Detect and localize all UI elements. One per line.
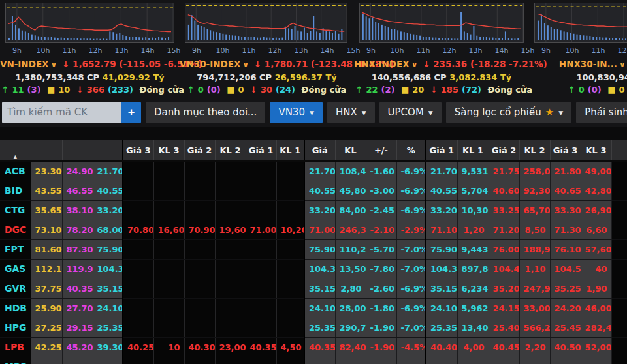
- symbol-cell[interactable]: ACB: [0, 161, 31, 181]
- price-cell[interactable]: 70.90: [184, 220, 215, 239]
- col-header[interactable]: +/-: [366, 140, 396, 161]
- price-cell[interactable]: 71.20: [489, 220, 519, 239]
- price-cell[interactable]: 33.25: [489, 200, 519, 220]
- price-cell[interactable]: 40.45: [489, 337, 519, 357]
- price-cell[interactable]: -1.90: [366, 318, 396, 337]
- price-cell[interactable]: 104.30: [304, 259, 335, 279]
- price-cell[interactable]: 24.20: [550, 298, 581, 318]
- price-cell[interactable]: 40.55: [426, 181, 457, 200]
- sort-asc-icon[interactable]: ▲: [13, 154, 17, 160]
- price-cell[interactable]: 40.40: [426, 337, 457, 357]
- tab-upcom[interactable]: UPCOM▼: [379, 102, 442, 123]
- price-cell[interactable]: 9,443...: [457, 239, 489, 259]
- price-cell[interactable]: 52,00: [581, 337, 611, 357]
- price-cell[interactable]: -4.5%: [396, 337, 426, 357]
- price-cell[interactable]: 110,20: [335, 239, 366, 259]
- price-cell[interactable]: -6.9%: [396, 279, 426, 298]
- price-cell[interactable]: 33.20: [426, 200, 457, 220]
- price-cell[interactable]: 104.50: [550, 259, 581, 279]
- price-cell[interactable]: 566,20: [519, 318, 550, 337]
- price-cell[interactable]: 21.70: [489, 357, 519, 364]
- price-cell[interactable]: 40.30: [184, 337, 215, 357]
- price-cell[interactable]: 25.40: [489, 318, 519, 337]
- price-cell[interactable]: 21.70: [426, 161, 457, 181]
- price-cell[interactable]: 71.30: [550, 220, 581, 239]
- price-cell[interactable]: -7.80: [366, 259, 396, 279]
- col-header[interactable]: ▲: [0, 140, 31, 161]
- price-cell[interactable]: 21.70: [304, 161, 335, 181]
- price-cell[interactable]: 40.35: [304, 337, 335, 357]
- price-cell[interactable]: 2,655,...: [457, 357, 489, 364]
- col-header[interactable]: KL: [335, 140, 366, 161]
- price-cell[interactable]: 104.40: [489, 259, 519, 279]
- price-cell[interactable]: -1.60: [366, 161, 396, 181]
- price-cell[interactable]: 1,10: [519, 259, 550, 279]
- chevron-down-icon[interactable]: ∨: [49, 60, 59, 69]
- price-cell[interactable]: 33.20: [93, 200, 123, 220]
- price-cell[interactable]: 75.90: [426, 239, 457, 259]
- price-cell[interactable]: -7.0%: [396, 259, 426, 279]
- price-cell[interactable]: -2.45: [366, 200, 396, 220]
- price-cell[interactable]: 27.70: [62, 298, 93, 318]
- price-cell[interactable]: -3.00: [366, 181, 396, 200]
- col-header[interactable]: Giá 3: [123, 140, 153, 161]
- price-cell[interactable]: 35.65: [31, 200, 62, 220]
- price-cell[interactable]: 9,531,...: [457, 161, 489, 181]
- price-cell[interactable]: -5.70: [366, 239, 396, 259]
- price-cell[interactable]: 2,80: [335, 279, 366, 298]
- price-cell[interactable]: 35.15: [304, 279, 335, 298]
- index-title-row[interactable]: HNX30-IN...∨ ↓ 512.4: [529, 57, 627, 71]
- price-cell[interactable]: 23.30: [31, 161, 62, 181]
- price-cell[interactable]: 6,60: [581, 220, 611, 239]
- price-cell[interactable]: 50,00: [581, 357, 611, 364]
- price-cell[interactable]: 13,40...: [457, 318, 489, 337]
- price-cell[interactable]: 38.10: [62, 200, 93, 220]
- price-cell[interactable]: 104.30: [426, 259, 457, 279]
- price-cell[interactable]: 92,30: [519, 181, 550, 200]
- col-header[interactable]: Giá: [304, 140, 335, 161]
- price-cell[interactable]: 37.75: [31, 279, 62, 298]
- price-cell[interactable]: 282,40: [581, 318, 611, 337]
- price-cell[interactable]: 2,20: [519, 337, 550, 357]
- price-cell[interactable]: -2.10: [366, 220, 396, 239]
- index-title-row[interactable]: HNX-INDEX∨ ↓ 235.36 (-18.28 -7.21%): [354, 57, 529, 71]
- price-cell[interactable]: 21.70: [93, 161, 123, 181]
- index-title-row[interactable]: VN30-INDEX∨ ↓ 1,780.71 (-123.48 -6.48%): [180, 57, 354, 71]
- price-cell[interactable]: -6.9%: [396, 161, 426, 181]
- price-cell[interactable]: 119.90: [62, 259, 93, 279]
- search-input[interactable]: [2, 102, 121, 123]
- price-cell[interactable]: 40.60: [489, 181, 519, 200]
- price-cell[interactable]: 16,60: [153, 220, 184, 239]
- col-header[interactable]: KL 1: [276, 140, 304, 161]
- price-cell[interactable]: 6,234...: [457, 279, 489, 298]
- price-cell[interactable]: 897,80: [457, 259, 489, 279]
- price-cell[interactable]: 27.25: [31, 318, 62, 337]
- price-cell[interactable]: 73.10: [31, 220, 62, 239]
- price-cell[interactable]: 35.20: [489, 279, 519, 298]
- price-cell[interactable]: -7.0%: [396, 318, 426, 337]
- price-cell[interactable]: 42.25: [31, 337, 62, 357]
- price-cell[interactable]: 10: [153, 337, 184, 357]
- price-cell[interactable]: 26,90: [581, 200, 611, 220]
- col-header[interactable]: KL 1: [457, 140, 489, 161]
- price-cell[interactable]: 42,80: [581, 181, 611, 200]
- symbol-cell[interactable]: GAS: [0, 259, 31, 279]
- tab-hnx[interactable]: HNX▼: [327, 102, 375, 123]
- col-header[interactable]: Giá 2: [489, 140, 519, 161]
- price-cell[interactable]: 40: [581, 259, 611, 279]
- price-cell[interactable]: 33.20: [304, 200, 335, 220]
- price-cell[interactable]: -6.9%: [396, 357, 426, 364]
- price-cell[interactable]: 65,70: [519, 200, 550, 220]
- price-cell[interactable]: 290,70: [335, 318, 366, 337]
- price-cell[interactable]: 57,60: [581, 239, 611, 259]
- col-header[interactable]: Giá 1: [246, 140, 276, 161]
- col-header[interactable]: KL 2: [519, 140, 550, 161]
- price-cell[interactable]: 104.30: [93, 259, 123, 279]
- price-cell[interactable]: 24.90: [62, 161, 93, 181]
- symbol-cell[interactable]: FPT: [0, 239, 31, 259]
- col-header[interactable]: [31, 140, 62, 161]
- watchlist-button[interactable]: Danh mục theo dõi...: [146, 102, 265, 123]
- price-cell[interactable]: 29.15: [62, 318, 93, 337]
- chevron-down-icon[interactable]: ∨: [617, 60, 627, 69]
- col-header[interactable]: Giá 3: [550, 140, 581, 161]
